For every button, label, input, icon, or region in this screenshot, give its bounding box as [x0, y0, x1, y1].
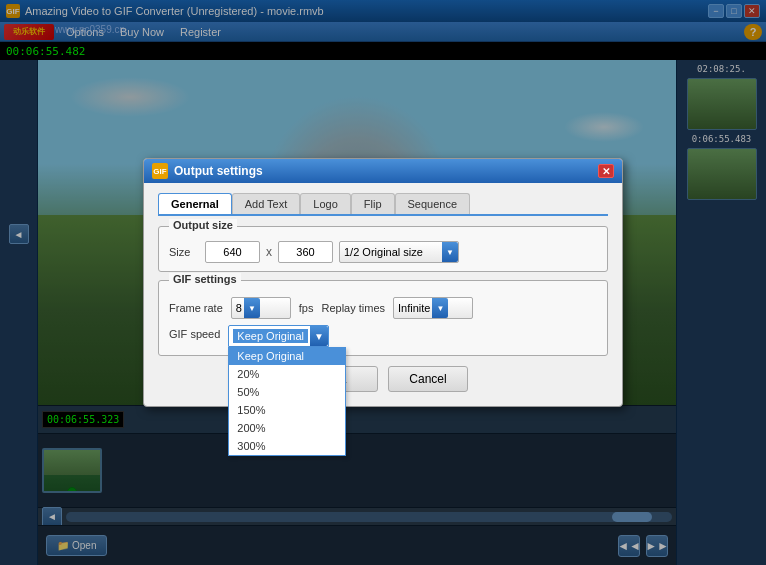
size-preset-arrow: ▼ — [442, 242, 458, 262]
replay-times-label: Replay times — [321, 302, 385, 314]
output-size-section: Output size Size x 1/2 Original size ▼ — [158, 226, 608, 272]
gif-speed-selected-text: Keep Original — [233, 329, 308, 343]
tab-addtext[interactable]: Add Text — [232, 193, 301, 214]
tab-general[interactable]: Genernal — [158, 193, 232, 214]
speed-option-50[interactable]: 50% — [229, 383, 345, 401]
modal-close-button[interactable]: ✕ — [598, 164, 614, 178]
modal-titlebar: GIF Output settings ✕ — [144, 159, 622, 183]
speed-option-150[interactable]: 150% — [229, 401, 345, 419]
gif-speed-label: GIF speed — [169, 325, 220, 340]
output-size-label: Output size — [169, 219, 237, 231]
tab-logo[interactable]: Logo — [300, 193, 350, 214]
speed-option-200[interactable]: 200% — [229, 419, 345, 437]
replay-times-arrow: ▼ — [432, 298, 448, 318]
modal-buttons: OK Cancel — [158, 366, 608, 392]
output-settings-modal: GIF Output settings ✕ Genernal Add Text … — [143, 158, 623, 407]
cancel-button[interactable]: Cancel — [388, 366, 468, 392]
modal-icon: GIF — [152, 163, 168, 179]
speed-option-keep-original[interactable]: Keep Original — [229, 347, 345, 365]
gif-speed-dropdown-container: Keep Original ▼ Keep Original 20% 50% 15… — [228, 325, 329, 347]
modal-tabs: Genernal Add Text Logo Flip Sequence — [158, 193, 608, 216]
gif-speed-selected[interactable]: Keep Original ▼ — [228, 325, 329, 347]
fps-label: fps — [299, 302, 314, 314]
modal-title: Output settings — [174, 164, 263, 178]
frame-rate-value: 8 — [236, 302, 242, 314]
tab-sequence[interactable]: Sequence — [395, 193, 471, 214]
size-preset-dropdown[interactable]: 1/2 Original size ▼ — [339, 241, 459, 263]
modal-overlay: GIF Output settings ✕ Genernal Add Text … — [0, 0, 766, 565]
replay-times-value: Infinite — [398, 302, 430, 314]
frame-rate-label: Frame rate — [169, 302, 223, 314]
size-preset-value: 1/2 Original size — [344, 246, 438, 258]
gif-speed-dropdown-arrow[interactable]: ▼ — [310, 326, 328, 346]
gif-settings-label: GIF settings — [169, 273, 241, 285]
size-field-label: Size — [169, 246, 199, 258]
tab-flip[interactable]: Flip — [351, 193, 395, 214]
width-input[interactable] — [205, 241, 260, 263]
replay-times-dropdown[interactable]: Infinite ▼ — [393, 297, 473, 319]
modal-content: Genernal Add Text Logo Flip Sequence Out… — [144, 183, 622, 406]
gif-speed-dropdown-list: Keep Original 20% 50% 150% 200% 300% — [228, 347, 346, 456]
frame-rate-dropdown[interactable]: 8 ▼ — [231, 297, 291, 319]
speed-option-300[interactable]: 300% — [229, 437, 345, 455]
x-separator: x — [266, 245, 272, 259]
frame-rate-arrow: ▼ — [244, 298, 260, 318]
height-input[interactable] — [278, 241, 333, 263]
speed-option-20[interactable]: 20% — [229, 365, 345, 383]
gif-speed-row: GIF speed Keep Original ▼ Keep Original … — [169, 325, 597, 347]
gif-settings-section: GIF settings Frame rate 8 ▼ fps Replay t… — [158, 280, 608, 356]
